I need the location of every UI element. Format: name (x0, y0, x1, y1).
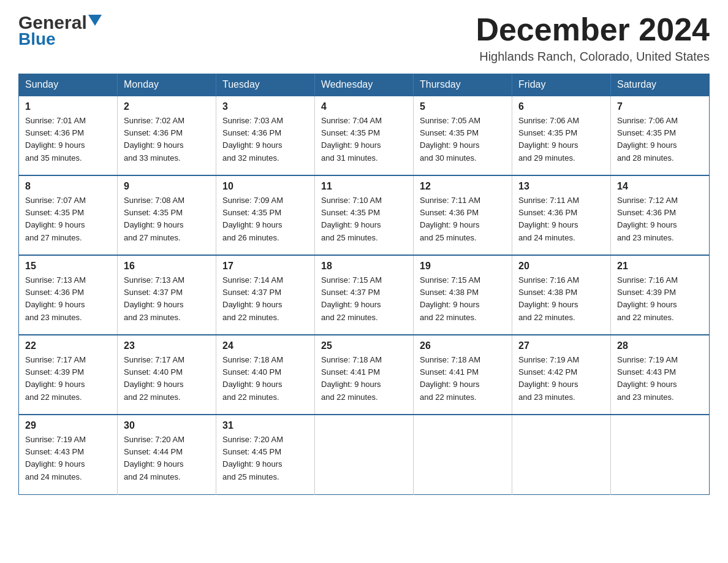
calendar-day-cell: 23Sunrise: 7:17 AMSunset: 4:40 PMDayligh… (118, 335, 216, 415)
day-info: Sunrise: 7:16 AMSunset: 4:38 PMDaylight:… (518, 274, 604, 324)
day-number: 15 (25, 261, 111, 272)
day-number: 8 (25, 181, 111, 192)
calendar-body: 1Sunrise: 7:01 AMSunset: 4:36 PMDaylight… (19, 96, 710, 494)
day-number: 7 (617, 101, 703, 112)
calendar-day-cell: 1Sunrise: 7:01 AMSunset: 4:36 PMDaylight… (19, 96, 118, 175)
day-number: 9 (124, 181, 210, 192)
day-info: Sunrise: 7:19 AMSunset: 4:43 PMDaylight:… (617, 354, 703, 404)
day-number: 24 (222, 340, 308, 351)
calendar-day-cell: 28Sunrise: 7:19 AMSunset: 4:43 PMDayligh… (611, 335, 710, 415)
day-info: Sunrise: 7:18 AMSunset: 4:40 PMDaylight:… (222, 354, 308, 404)
day-number: 31 (222, 420, 308, 431)
svg-marker-0 (88, 15, 102, 26)
weekday-header-monday: Monday (118, 74, 216, 96)
day-number: 29 (25, 420, 111, 431)
day-info: Sunrise: 7:09 AMSunset: 4:35 PMDaylight:… (222, 194, 308, 244)
day-info: Sunrise: 7:15 AMSunset: 4:37 PMDaylight:… (321, 274, 407, 324)
calendar-day-cell: 19Sunrise: 7:15 AMSunset: 4:38 PMDayligh… (414, 255, 512, 335)
day-info: Sunrise: 7:20 AMSunset: 4:45 PMDaylight:… (222, 434, 308, 483)
day-number: 12 (420, 181, 506, 192)
day-info: Sunrise: 7:18 AMSunset: 4:41 PMDaylight:… (420, 354, 506, 404)
day-info: Sunrise: 7:11 AMSunset: 4:36 PMDaylight:… (420, 194, 506, 244)
day-number: 28 (617, 340, 703, 351)
empty-cell (512, 415, 611, 494)
day-number: 17 (222, 261, 308, 272)
weekday-header-saturday: Saturday (611, 74, 710, 96)
day-info: Sunrise: 7:02 AMSunset: 4:36 PMDaylight:… (124, 115, 210, 164)
day-info: Sunrise: 7:19 AMSunset: 4:42 PMDaylight:… (518, 354, 604, 404)
day-number: 13 (518, 181, 604, 192)
day-info: Sunrise: 7:16 AMSunset: 4:39 PMDaylight:… (617, 274, 703, 324)
page-header: General Blue December 2024 Highlands Ran… (18, 12, 710, 64)
weekday-header-row: SundayMondayTuesdayWednesdayThursdayFrid… (19, 74, 710, 96)
calendar-day-cell: 17Sunrise: 7:14 AMSunset: 4:37 PMDayligh… (216, 255, 315, 335)
calendar-day-cell: 20Sunrise: 7:16 AMSunset: 4:38 PMDayligh… (512, 255, 611, 335)
calendar-day-cell: 9Sunrise: 7:08 AMSunset: 4:35 PMDaylight… (118, 175, 216, 255)
title-block: December 2024 Highlands Ranch, Colorado,… (476, 12, 710, 64)
calendar-day-cell: 24Sunrise: 7:18 AMSunset: 4:40 PMDayligh… (216, 335, 315, 415)
day-info: Sunrise: 7:20 AMSunset: 4:44 PMDaylight:… (124, 434, 210, 483)
calendar-day-cell: 27Sunrise: 7:19 AMSunset: 4:42 PMDayligh… (512, 335, 611, 415)
calendar-day-cell: 26Sunrise: 7:18 AMSunset: 4:41 PMDayligh… (414, 335, 512, 415)
month-title: December 2024 (476, 12, 710, 47)
calendar-week-row: 29Sunrise: 7:19 AMSunset: 4:43 PMDayligh… (19, 415, 710, 494)
location-text: Highlands Ranch, Colorado, United States (476, 50, 710, 64)
day-number: 19 (420, 261, 506, 272)
calendar-day-cell: 12Sunrise: 7:11 AMSunset: 4:36 PMDayligh… (414, 175, 512, 255)
day-info: Sunrise: 7:12 AMSunset: 4:36 PMDaylight:… (617, 194, 703, 244)
calendar-day-cell: 2Sunrise: 7:02 AMSunset: 4:36 PMDaylight… (118, 96, 216, 175)
empty-cell (315, 415, 414, 494)
day-info: Sunrise: 7:10 AMSunset: 4:35 PMDaylight:… (321, 194, 407, 244)
calendar-day-cell: 29Sunrise: 7:19 AMSunset: 4:43 PMDayligh… (19, 415, 118, 494)
day-number: 2 (124, 101, 210, 112)
weekday-header-thursday: Thursday (414, 74, 512, 96)
day-number: 14 (617, 181, 703, 192)
day-info: Sunrise: 7:17 AMSunset: 4:39 PMDaylight:… (25, 354, 111, 404)
day-number: 1 (25, 101, 111, 112)
calendar-day-cell: 16Sunrise: 7:13 AMSunset: 4:37 PMDayligh… (118, 255, 216, 335)
day-info: Sunrise: 7:19 AMSunset: 4:43 PMDaylight:… (25, 434, 111, 483)
calendar-day-cell: 31Sunrise: 7:20 AMSunset: 4:45 PMDayligh… (216, 415, 315, 494)
weekday-header-wednesday: Wednesday (315, 74, 414, 96)
day-info: Sunrise: 7:13 AMSunset: 4:37 PMDaylight:… (124, 274, 210, 324)
empty-cell (611, 415, 710, 494)
day-number: 3 (222, 101, 308, 112)
day-info: Sunrise: 7:17 AMSunset: 4:40 PMDaylight:… (124, 354, 210, 404)
day-info: Sunrise: 7:01 AMSunset: 4:36 PMDaylight:… (25, 115, 111, 164)
day-number: 23 (124, 340, 210, 351)
day-info: Sunrise: 7:14 AMSunset: 4:37 PMDaylight:… (222, 274, 308, 324)
calendar-week-row: 15Sunrise: 7:13 AMSunset: 4:36 PMDayligh… (19, 255, 710, 335)
logo-arrow-icon (88, 15, 102, 26)
calendar-day-cell: 8Sunrise: 7:07 AMSunset: 4:35 PMDaylight… (19, 175, 118, 255)
logo: General Blue (18, 12, 102, 49)
day-number: 5 (420, 101, 506, 112)
day-number: 20 (518, 261, 604, 272)
logo-blue-text: Blue (18, 29, 56, 49)
calendar-day-cell: 3Sunrise: 7:03 AMSunset: 4:36 PMDaylight… (216, 96, 315, 175)
day-number: 10 (222, 181, 308, 192)
day-info: Sunrise: 7:11 AMSunset: 4:36 PMDaylight:… (518, 194, 604, 244)
day-number: 26 (420, 340, 506, 351)
day-info: Sunrise: 7:08 AMSunset: 4:35 PMDaylight:… (124, 194, 210, 244)
day-info: Sunrise: 7:04 AMSunset: 4:35 PMDaylight:… (321, 115, 407, 164)
calendar-week-row: 1Sunrise: 7:01 AMSunset: 4:36 PMDaylight… (19, 96, 710, 175)
day-info: Sunrise: 7:15 AMSunset: 4:38 PMDaylight:… (420, 274, 506, 324)
day-number: 22 (25, 340, 111, 351)
calendar-day-cell: 13Sunrise: 7:11 AMSunset: 4:36 PMDayligh… (512, 175, 611, 255)
day-info: Sunrise: 7:06 AMSunset: 4:35 PMDaylight:… (518, 115, 604, 164)
day-number: 30 (124, 420, 210, 431)
calendar-day-cell: 4Sunrise: 7:04 AMSunset: 4:35 PMDaylight… (315, 96, 414, 175)
day-info: Sunrise: 7:13 AMSunset: 4:36 PMDaylight:… (25, 274, 111, 324)
calendar-day-cell: 18Sunrise: 7:15 AMSunset: 4:37 PMDayligh… (315, 255, 414, 335)
day-number: 21 (617, 261, 703, 272)
calendar-header: SundayMondayTuesdayWednesdayThursdayFrid… (19, 74, 710, 96)
day-number: 25 (321, 340, 407, 351)
calendar-day-cell: 22Sunrise: 7:17 AMSunset: 4:39 PMDayligh… (19, 335, 118, 415)
calendar-week-row: 22Sunrise: 7:17 AMSunset: 4:39 PMDayligh… (19, 335, 710, 415)
day-number: 11 (321, 181, 407, 192)
empty-cell (414, 415, 512, 494)
day-info: Sunrise: 7:18 AMSunset: 4:41 PMDaylight:… (321, 354, 407, 404)
day-info: Sunrise: 7:06 AMSunset: 4:35 PMDaylight:… (617, 115, 703, 164)
day-number: 16 (124, 261, 210, 272)
calendar-day-cell: 10Sunrise: 7:09 AMSunset: 4:35 PMDayligh… (216, 175, 315, 255)
